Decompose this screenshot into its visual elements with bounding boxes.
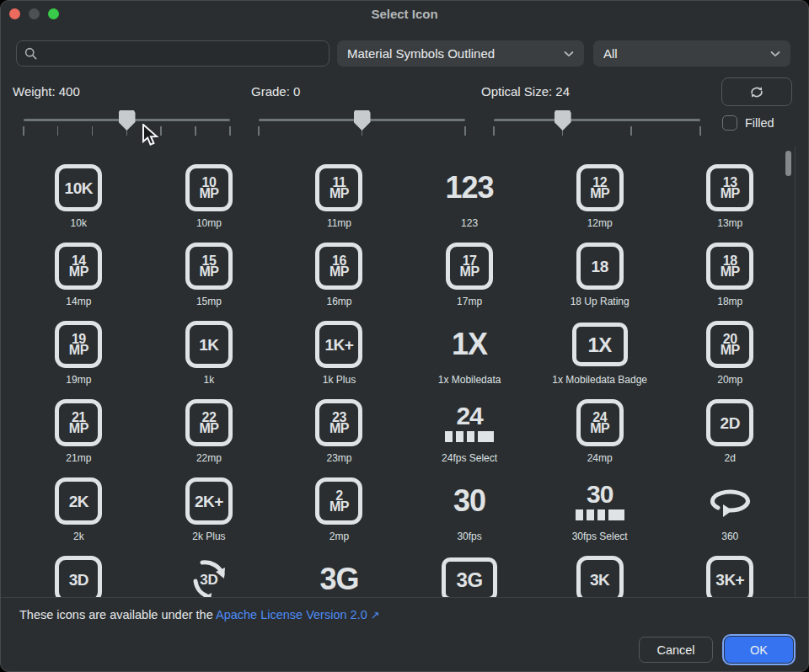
1k-plus-icon: 1K+ (315, 321, 362, 368)
icon-grid-viewport[interactable]: 10K10k10MP10mp11MP11mp12312312MP12mp13MP… (2, 146, 796, 597)
icon-label: 1x Mobiledata Badge (552, 374, 647, 386)
icon-cell-11mp[interactable]: 11MP11mp (274, 164, 404, 230)
icon-cell-20mp[interactable]: 20MP20mp (665, 321, 796, 387)
icon-label: 24fps Select (442, 452, 497, 464)
cancel-button[interactable]: Cancel (639, 637, 713, 663)
grade-slider[interactable] (259, 117, 465, 139)
icon-cell-18-up-rating[interactable]: 1818 Up Rating (534, 243, 665, 308)
icon-cell-24mp[interactable]: 24MP24mp (534, 399, 665, 465)
10k-icon: 10K (55, 164, 102, 211)
icon-label: 22mp (196, 452, 222, 464)
external-link-icon: ↗ (371, 609, 380, 621)
icon-cell-2d[interactable]: 2D2d (665, 399, 796, 465)
icon-cell-16mp[interactable]: 16MP16mp (274, 243, 404, 308)
icon-cell-17mp[interactable]: 17MP17mp (404, 243, 535, 308)
screen: Select Icon Material Symbols Outlined Al… (0, 0, 809, 672)
icon-cell-1x-mobiledata[interactable]: 1X1x Mobiledata (404, 321, 535, 387)
fps-bars (576, 509, 624, 520)
icon-label: 10k (71, 217, 87, 229)
icon-cell-22mp[interactable]: 22MP22mp (144, 399, 275, 465)
icon-cell-360[interactable]: 360 (665, 477, 796, 543)
weight-label: Weight: 400 (13, 84, 80, 99)
slider-thumb[interactable] (119, 110, 136, 131)
icon-cell-1k[interactable]: 1K1k (144, 321, 275, 387)
icon-label: 20mp (717, 374, 742, 386)
glyph-frame: 1X (572, 323, 628, 366)
icon-cell-3k-plus[interactable]: 3K+ (665, 556, 796, 597)
12mp-icon: 12MP (576, 164, 624, 211)
icon-cell-2mp[interactable]: 2MP2mp (274, 477, 404, 543)
icon-cell-13mp[interactable]: 13MP13mp (665, 164, 796, 230)
icon-cell-10mp[interactable]: 10MP10mp (144, 164, 275, 230)
font-family-select[interactable]: Material Symbols Outlined (337, 40, 584, 67)
icon-grid: 10K10k10MP10mp11MP11mp12312312MP12mp13MP… (13, 164, 796, 597)
glyph-frame: 14MP (55, 243, 102, 290)
glyph-frame: 3D (55, 556, 102, 597)
icon-cell-1x-mobiledata-badge[interactable]: 1X1x Mobiledata Badge (534, 321, 665, 387)
filled-checkbox[interactable] (722, 115, 737, 131)
3g-mobiledata-badge-icon: 3G (442, 556, 497, 597)
icon-label: 15mp (196, 296, 222, 307)
glyph-frame: 18 (576, 243, 624, 290)
17mp-icon: 17MP (446, 243, 493, 290)
optical-size-slider[interactable] (494, 117, 700, 139)
icon-cell-3d-rotation[interactable]: 3D (144, 556, 275, 597)
slider-thumb[interactable] (555, 110, 571, 131)
glyph-frame: 24MP (576, 399, 624, 446)
vertical-scrollbar-thumb[interactable] (785, 151, 791, 176)
refresh-button[interactable] (721, 77, 792, 106)
icon-cell-19mp[interactable]: 19MP19mp (13, 321, 144, 387)
icon-cell-123[interactable]: 123123 (404, 164, 535, 230)
2d-icon: 2D (706, 399, 753, 446)
icon-cell-24fps-select[interactable]: 2424fps Select (404, 399, 535, 465)
2mp-icon: 2MP (315, 477, 362, 525)
chevron-down-icon (564, 51, 574, 57)
1x-mobiledata-badge-icon: 1X (572, 321, 628, 368)
icon-label: 23mp (326, 452, 351, 464)
3d-icon: 3D (55, 556, 102, 597)
icon-cell-14mp[interactable]: 14MP14mp (13, 243, 144, 308)
icon-cell-18mp[interactable]: 18MP18mp (665, 243, 796, 308)
icon-label: 11mp (327, 217, 351, 229)
icon-cell-12mp[interactable]: 12MP12mp (534, 164, 665, 230)
ok-button[interactable]: OK (724, 636, 794, 664)
filled-checkbox-row: Filled (722, 115, 774, 131)
icon-cell-2k-plus[interactable]: 2K+2k Plus (144, 477, 275, 543)
grade-label: Grade: 0 (251, 84, 300, 99)
icon-cell-15mp[interactable]: 15MP15mp (144, 243, 275, 308)
icon-cell-10k[interactable]: 10K10k (13, 164, 144, 230)
weight-slider[interactable] (24, 117, 230, 139)
icon-cell-21mp[interactable]: 21MP21mp (13, 399, 144, 465)
select-icon-dialog: Select Icon Material Symbols Outlined Al… (0, 0, 809, 672)
icon-cell-2k[interactable]: 2K2k (13, 477, 144, 543)
slider-tick (630, 126, 632, 136)
icon-cell-3g[interactable]: 3G (274, 556, 404, 597)
glyph-frame: 3G (442, 557, 497, 597)
glyph-frame: 10MP (185, 164, 233, 211)
category-select[interactable]: All (593, 40, 790, 67)
icon-cell-30fps[interactable]: 3030fps (404, 477, 535, 543)
chevron-down-icon (770, 51, 780, 57)
icon-label: 12mp (587, 217, 613, 229)
icon-cell-3d[interactable]: 3D (13, 556, 144, 597)
search-field[interactable] (16, 40, 329, 67)
icon-cell-3k[interactable]: 3K (534, 556, 665, 597)
icon-cell-1k-plus[interactable]: 1K+1k Plus (274, 321, 404, 387)
slider-tick (195, 126, 196, 136)
icon-cell-23mp[interactable]: 23MP23mp (274, 399, 404, 465)
19mp-icon: 19MP (55, 321, 102, 368)
fps-bars (445, 431, 494, 442)
apache-license-link[interactable]: Apache License Version 2.0 (216, 608, 367, 621)
slider-tick (258, 126, 260, 136)
icon-cell-30fps-select[interactable]: 3030fps Select (534, 477, 665, 543)
search-input[interactable] (43, 45, 321, 61)
slider-tick (160, 126, 162, 136)
icon-cell-3g-mobiledata-badge[interactable]: 3G (404, 556, 535, 597)
glyph-frame: 16MP (315, 243, 362, 290)
glyph-frame: 12MP (576, 164, 624, 211)
svg-text:3D: 3D (200, 572, 218, 588)
slider-thumb[interactable] (354, 110, 371, 131)
22mp-icon: 22MP (185, 399, 233, 446)
20mp-icon: 20MP (706, 321, 753, 368)
10mp-icon: 10MP (185, 164, 233, 211)
